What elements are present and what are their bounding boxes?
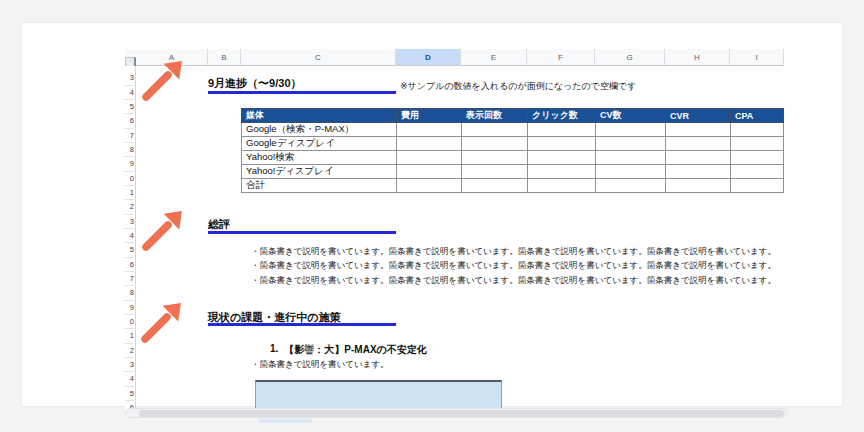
screenshot-canvas: ABCDEFGHI 345678901234567890123456 9月進捗（… xyxy=(0,0,864,432)
metric-value-cell[interactable] xyxy=(666,165,731,179)
row-header-cell[interactable]: 9 xyxy=(125,301,134,315)
issue-bullet-line: ・箇条書きで説明を書いています。 xyxy=(251,359,389,371)
table-row: Google（検索・P-MAX） xyxy=(242,123,784,137)
row-header-cell[interactable]: 6 xyxy=(125,258,134,272)
metric-value-cell[interactable] xyxy=(666,151,731,165)
total-value-cell[interactable] xyxy=(596,179,666,193)
table-total-row: 合計 xyxy=(242,179,784,193)
metric-value-cell[interactable] xyxy=(397,151,462,165)
row-header-cell[interactable]: 5 xyxy=(125,387,134,401)
column-header-strip: ABCDEFGHI xyxy=(125,49,784,66)
metric-value-cell[interactable] xyxy=(397,165,462,179)
row-header-cell[interactable]: 0 xyxy=(125,172,134,186)
row-header-cell[interactable]: 3 xyxy=(125,71,134,85)
metric-value-cell[interactable] xyxy=(666,123,731,137)
metric-value-cell[interactable] xyxy=(596,123,666,137)
media-name-cell[interactable]: Yahoo!検索 xyxy=(242,151,397,165)
row-header-cell[interactable]: 6 xyxy=(125,114,134,128)
row-header-cell[interactable]: 1 xyxy=(125,329,134,343)
media-name-cell[interactable]: Yahoo!ディスプレイ xyxy=(242,165,397,179)
row-header-cell[interactable]: 1 xyxy=(125,186,134,200)
row-header-cell[interactable]: 0 xyxy=(125,315,134,329)
row-header-cell[interactable]: 2 xyxy=(125,200,134,214)
column-header-f[interactable]: F xyxy=(527,49,595,65)
summary-bullet-line: ・箇条書きで説明を書いています。箇条書きで説明を書いています。箇条書きで説明を書… xyxy=(251,244,776,258)
total-value-cell[interactable] xyxy=(462,179,528,193)
column-header-h[interactable]: H xyxy=(665,49,730,65)
metric-value-cell[interactable] xyxy=(397,123,462,137)
summary-title-underline xyxy=(208,231,396,234)
metric-value-cell[interactable] xyxy=(731,137,784,151)
column-header-g[interactable]: G xyxy=(595,49,665,65)
row-header-cell[interactable]: 5 xyxy=(125,100,134,114)
row-header-cell[interactable]: 7 xyxy=(125,272,134,286)
row-header-cell[interactable]: 5 xyxy=(125,243,134,257)
row-header-column: 345678901234567890123456 xyxy=(125,66,136,410)
metric-value-cell[interactable] xyxy=(596,151,666,165)
annotation-arrow-summary xyxy=(138,209,186,256)
row-header-cell[interactable]: 2 xyxy=(125,344,134,358)
total-value-cell[interactable] xyxy=(666,179,731,193)
metric-value-cell[interactable] xyxy=(397,137,462,151)
progress-title-underline xyxy=(208,91,396,94)
metric-value-cell[interactable] xyxy=(731,123,784,137)
column-header-i[interactable]: I xyxy=(730,49,784,65)
sample-note-text: ※サンプルの数値を入れるのが面倒になったので空欄です xyxy=(400,80,636,93)
table-header-cell[interactable]: 媒体 xyxy=(242,109,397,123)
metric-value-cell[interactable] xyxy=(462,137,528,151)
table-row: Yahoo!ディスプレイ xyxy=(242,165,784,179)
total-value-cell[interactable] xyxy=(397,179,462,193)
media-name-cell[interactable]: Googleディスプレイ xyxy=(242,137,397,151)
annotation-arrow-progress xyxy=(138,59,186,106)
table-header-cell[interactable]: 表示回数 xyxy=(462,109,528,123)
table-row: Googleディスプレイ xyxy=(242,137,784,151)
table-header-cell[interactable]: CV数 xyxy=(596,109,666,123)
metric-value-cell[interactable] xyxy=(596,137,666,151)
column-header-e[interactable]: E xyxy=(461,49,527,65)
metric-value-cell[interactable] xyxy=(462,151,528,165)
highlighted-range-box[interactable] xyxy=(255,380,502,409)
summary-section-title: 総評 xyxy=(208,217,230,232)
media-name-cell[interactable]: Google（検索・P-MAX） xyxy=(242,123,397,137)
metric-value-cell[interactable] xyxy=(528,165,596,179)
column-header-b[interactable]: B xyxy=(208,49,241,65)
summary-bullet-line: ・箇条書きで説明を書いています。箇条書きで説明を書いています。箇条書きで説明を書… xyxy=(251,258,776,272)
metric-value-cell[interactable] xyxy=(731,165,784,179)
metric-value-cell[interactable] xyxy=(528,137,596,151)
issues-title-underline xyxy=(208,323,396,326)
total-label-cell[interactable]: 合計 xyxy=(242,179,397,193)
row-header-cell[interactable]: 9 xyxy=(125,157,134,171)
media-metrics-table: 媒体費用表示回数クリック数CV数CVRCPAGoogle（検索・P-MAX）Go… xyxy=(241,108,784,179)
annotation-arrow-issues xyxy=(137,301,185,348)
issue-item-number: 1. xyxy=(270,343,278,357)
row-header-cell[interactable]: 4 xyxy=(125,372,134,386)
row-header-cell[interactable]: 3 xyxy=(125,215,134,229)
metric-value-cell[interactable] xyxy=(731,151,784,165)
metric-value-cell[interactable] xyxy=(528,123,596,137)
metric-value-cell[interactable] xyxy=(528,151,596,165)
highlighted-range-remnant xyxy=(259,419,312,423)
row-header-cell[interactable]: 8 xyxy=(125,286,134,300)
table-header-cell[interactable]: CVR xyxy=(666,109,731,123)
total-value-cell[interactable] xyxy=(731,179,784,193)
progress-section-title: 9月進捗（〜9/30） xyxy=(208,76,302,91)
column-header-d[interactable]: D xyxy=(396,49,461,65)
total-value-cell[interactable] xyxy=(528,179,596,193)
metric-value-cell[interactable] xyxy=(596,165,666,179)
column-header-c[interactable]: C xyxy=(241,49,396,65)
metric-value-cell[interactable] xyxy=(462,123,528,137)
row-header-cell[interactable]: 8 xyxy=(125,143,134,157)
table-header-cell[interactable]: クリック数 xyxy=(528,109,596,123)
row-header-cell[interactable]: 4 xyxy=(125,229,134,243)
table-header-cell[interactable]: CPA xyxy=(731,109,784,123)
table-row: Yahoo!検索 xyxy=(242,151,784,165)
metric-value-cell[interactable] xyxy=(462,165,528,179)
horizontal-scrollbar-thumb[interactable] xyxy=(139,410,784,417)
issue-item-title: 【影響：大】P-MAXの不安定化 xyxy=(284,343,426,357)
metric-value-cell[interactable] xyxy=(666,137,731,151)
row-header-cell[interactable]: 4 xyxy=(125,86,134,100)
issue-item-1: 1. 【影響：大】P-MAXの不安定化 xyxy=(270,343,427,357)
row-header-cell[interactable]: 3 xyxy=(125,358,134,372)
table-header-cell[interactable]: 費用 xyxy=(397,109,462,123)
row-header-cell[interactable]: 7 xyxy=(125,129,134,143)
